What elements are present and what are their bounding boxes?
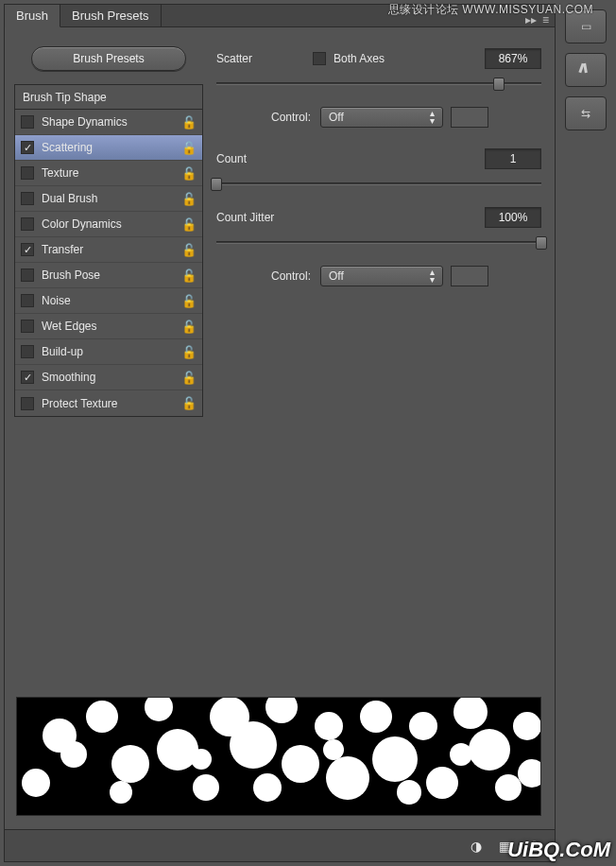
option-checkbox[interactable]	[21, 397, 34, 410]
scatter-value-input[interactable]: 867%	[485, 48, 541, 69]
count-value-input[interactable]: 1	[485, 148, 541, 169]
option-checkbox[interactable]	[21, 141, 34, 154]
count-label: Count	[216, 152, 307, 165]
option-checkbox[interactable]	[21, 115, 34, 129]
watermark-top: 思缘设计论坛 WWW.MISSYUAN.COM	[388, 2, 594, 18]
brush-panel: Brush Brush Presets ▸▸ ≡ Brush Presets B…	[4, 4, 556, 862]
option-checkbox[interactable]	[21, 192, 34, 205]
lock-icon[interactable]: 🔓	[181, 345, 197, 359]
option-label: Texture	[42, 166, 78, 180]
option-dual-brush[interactable]: Dual Brush🔓	[15, 186, 202, 212]
lock-icon[interactable]: 🔓	[181, 371, 197, 385]
option-label: Protect Texture	[42, 397, 117, 410]
option-label: Transfer	[42, 243, 83, 256]
dock-strip: ▭ ⇆	[559, 4, 612, 140]
lock-icon[interactable]: 🔓	[181, 141, 197, 155]
lock-icon[interactable]: 🔓	[181, 294, 197, 308]
option-checkbox[interactable]	[21, 217, 34, 231]
tab-brush-presets[interactable]: Brush Presets	[60, 4, 162, 26]
option-checkbox[interactable]	[21, 320, 34, 333]
count-slider[interactable]	[216, 175, 541, 194]
brush-stroke-preview	[16, 697, 541, 816]
watermark-bottom: UiBQ.CoM	[507, 838, 610, 862]
brush-options-list: Brush Tip Shape Shape Dynamics🔓Scatterin…	[14, 84, 203, 417]
scatter-control-label: Control:	[216, 111, 320, 124]
option-checkbox[interactable]	[21, 345, 34, 358]
lock-icon[interactable]: 🔓	[181, 192, 197, 206]
scatter-control-dropdown[interactable]: Off ▴▾	[320, 107, 443, 128]
dock-tool-presets-icon[interactable]: ⇆	[565, 96, 607, 130]
lock-icon[interactable]: 🔓	[181, 166, 197, 181]
scatter-label: Scatter	[216, 52, 307, 65]
option-label: Shape Dynamics	[42, 115, 128, 129]
toggle-brush-preview-icon[interactable]: ◑	[471, 839, 482, 854]
scatter-control-swatch[interactable]	[451, 107, 488, 128]
count-jitter-value-input[interactable]: 100%	[485, 207, 541, 228]
option-smoothing[interactable]: Smoothing🔓	[15, 365, 202, 390]
option-protect-texture[interactable]: Protect Texture🔓	[15, 390, 202, 416]
jitter-control-dropdown[interactable]: Off ▴▾	[320, 266, 443, 286]
option-wet-edges[interactable]: Wet Edges🔓	[15, 314, 202, 339]
option-label: Wet Edges	[42, 320, 96, 333]
chevron-updown-icon: ▴▾	[430, 268, 435, 284]
panel-footer: ◑ ▦ 🗑	[5, 829, 555, 861]
brush-presets-button[interactable]: Brush Presets	[31, 46, 186, 71]
lock-icon[interactable]: 🔓	[181, 243, 197, 257]
option-checkbox[interactable]	[21, 294, 34, 307]
chevron-updown-icon: ▴▾	[430, 110, 435, 125]
both-axes-checkbox[interactable]	[313, 52, 326, 65]
option-checkbox[interactable]	[21, 166, 34, 180]
option-label: Build-up	[42, 345, 83, 358]
brush-sidebar: Brush Presets Brush Tip Shape Shape Dyna…	[14, 46, 203, 417]
scatter-slider[interactable]	[216, 75, 541, 94]
option-label: Brush Pose	[42, 268, 100, 282]
option-checkbox[interactable]	[21, 243, 34, 256]
count-jitter-slider[interactable]	[216, 234, 541, 252]
count-jitter-label: Count Jitter	[216, 211, 307, 224]
option-checkbox[interactable]	[21, 268, 34, 282]
lock-icon[interactable]: 🔓	[181, 115, 197, 130]
dock-brushes-icon[interactable]	[565, 53, 607, 87]
option-scattering[interactable]: Scattering🔓	[15, 135, 202, 161]
brush-tip-shape-header[interactable]: Brush Tip Shape	[15, 85, 202, 110]
option-label: Smoothing	[42, 371, 95, 384]
option-shape-dynamics[interactable]: Shape Dynamics🔓	[15, 110, 202, 135]
scattering-settings: Scatter Both Axes 867% Control: Off ▴▾ C…	[216, 46, 541, 292]
option-label: Scattering	[42, 141, 93, 154]
jitter-control-swatch[interactable]	[451, 266, 488, 286]
option-label: Dual Brush	[42, 192, 97, 205]
lock-icon[interactable]: 🔓	[181, 320, 197, 334]
lock-icon[interactable]: 🔓	[181, 396, 197, 410]
jitter-control-label: Control:	[216, 269, 320, 283]
option-label: Noise	[42, 294, 71, 307]
option-noise[interactable]: Noise🔓	[15, 288, 202, 314]
lock-icon[interactable]: 🔓	[181, 268, 197, 283]
lock-icon[interactable]: 🔓	[181, 217, 197, 232]
option-color-dynamics[interactable]: Color Dynamics🔓	[15, 212, 202, 237]
tab-brush[interactable]: Brush	[5, 5, 60, 27]
option-transfer[interactable]: Transfer🔓	[15, 237, 202, 263]
both-axes-label: Both Axes	[334, 52, 385, 65]
option-build-up[interactable]: Build-up🔓	[15, 339, 202, 365]
option-checkbox[interactable]	[21, 371, 34, 384]
option-brush-pose[interactable]: Brush Pose🔓	[15, 263, 202, 288]
option-texture[interactable]: Texture🔓	[15, 161, 202, 186]
option-label: Color Dynamics	[42, 217, 122, 231]
